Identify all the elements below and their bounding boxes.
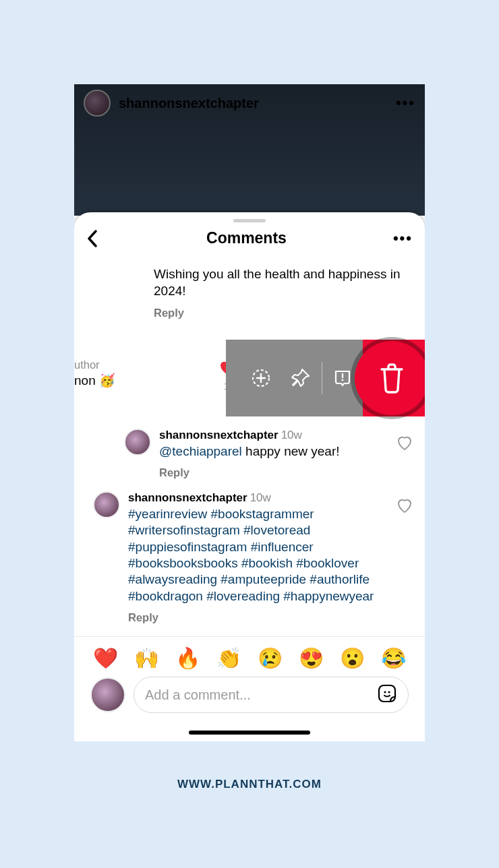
trash-icon[interactable] <box>355 341 425 415</box>
emoji-wow[interactable]: 😮 <box>340 646 365 670</box>
comment-text: @techiapparel happy new year! <box>159 443 383 460</box>
svg-rect-2 <box>379 685 395 702</box>
emoji-hands[interactable]: 🙌 <box>134 646 159 670</box>
comments-sheet: Comments ••• Wishing you all the health … <box>74 212 425 741</box>
more-icon[interactable]: ••• <box>393 230 413 247</box>
comment-age: 10w <box>250 491 271 504</box>
sheet-title: Comments <box>206 229 287 247</box>
comment-text: non 🥳 <box>74 373 115 388</box>
phone-frame: shannonsnextchapter ••• Comments ••• Wis… <box>74 84 425 741</box>
comments-body: Wishing you all the health and happiness… <box>74 266 425 741</box>
comment-text-partial: Wishing you all the health and happiness… <box>74 266 425 321</box>
comment-username[interactable]: shannonsnextchapter <box>128 491 247 504</box>
emoji-heart[interactable]: ❤️ <box>93 646 118 670</box>
selected-comment-row: uthor non 🥳 1 <box>74 340 425 416</box>
emoji-laugh[interactable]: 😂 <box>381 646 406 670</box>
comment-input[interactable]: Add a comment... <box>134 677 409 713</box>
delete-action[interactable] <box>363 340 425 416</box>
dim-overlay <box>74 84 425 216</box>
heart-outline-icon[interactable] <box>397 435 413 479</box>
selected-comment-fragment: uthor non 🥳 <box>74 359 115 388</box>
svg-point-3 <box>384 691 386 693</box>
comment-text: Wishing you all the health and happiness… <box>154 266 410 299</box>
avatar[interactable] <box>90 677 125 712</box>
composer: Add a comment... <box>74 677 425 725</box>
comment-text[interactable]: #yearinreview #bookstagrammer #writersof… <box>128 506 383 604</box>
emoji-clap[interactable]: 👏 <box>216 646 241 670</box>
comment-item: shannonsnextchapter10w #yearinreview #bo… <box>74 479 425 624</box>
comment-age: 10w <box>281 429 302 441</box>
home-indicator <box>189 731 310 735</box>
add-circle-icon[interactable] <box>241 340 281 416</box>
placeholder: Add a comment... <box>145 687 377 703</box>
avatar[interactable] <box>93 491 120 518</box>
avatar[interactable] <box>124 429 151 456</box>
svg-point-1 <box>342 379 344 381</box>
comment-meta: shannonsnextchapter10w <box>159 429 383 442</box>
back-icon[interactable] <box>86 230 100 247</box>
heart-outline-icon[interactable] <box>397 498 413 624</box>
sheet-header: Comments ••• <box>74 226 425 258</box>
sheet-grabber[interactable] <box>233 219 266 222</box>
author-label: uthor <box>74 359 115 371</box>
comment-item: shannonsnextchapter10w @techiapparel hap… <box>74 416 425 479</box>
comment-username[interactable]: shannonsnextchapter <box>159 429 278 441</box>
post-backdrop: shannonsnextchapter ••• <box>74 84 425 216</box>
reply-button[interactable]: Reply <box>159 466 383 479</box>
reply-button[interactable]: Reply <box>154 306 410 320</box>
emoji-hearteyes[interactable]: 😍 <box>299 646 324 670</box>
footer-url: WWW.PLANNTHAT.COM <box>0 778 499 791</box>
emoji-quick-row: ❤️ 🙌 🔥 👏 😢 😍 😮 😂 <box>74 636 425 677</box>
swipe-actions <box>226 340 425 416</box>
emoji-fire[interactable]: 🔥 <box>175 646 200 670</box>
comment-meta: shannonsnextchapter10w <box>128 491 383 505</box>
reply-button[interactable]: Reply <box>128 611 383 624</box>
sticker-icon[interactable] <box>377 683 397 706</box>
pin-icon[interactable] <box>281 340 322 416</box>
svg-point-4 <box>388 691 390 693</box>
emoji-cry[interactable]: 😢 <box>258 646 283 670</box>
mention-link[interactable]: @techiapparel <box>159 444 242 458</box>
